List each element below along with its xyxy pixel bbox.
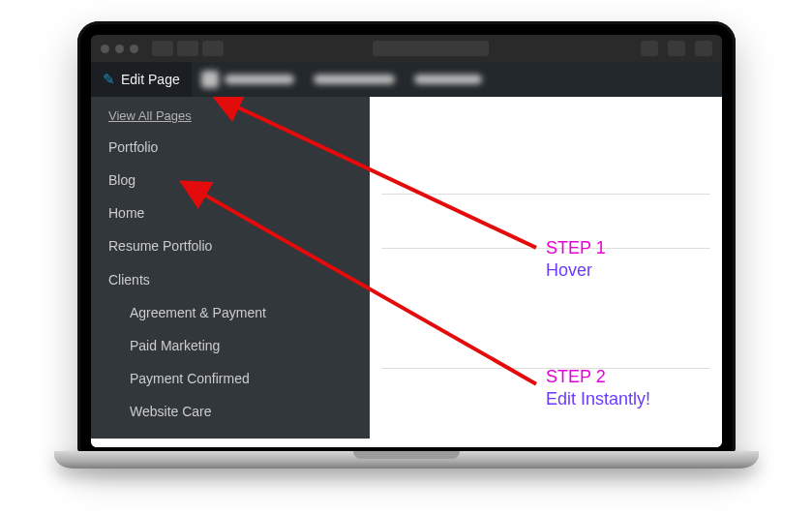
dropdown-item-paid-marketing[interactable]: Paid Marketing	[91, 329, 370, 362]
view-all-pages-link[interactable]: View All Pages	[91, 105, 370, 131]
page-body: er Pro Pack r-pro-pack View All Pages Po…	[91, 97, 722, 447]
dropdown-item-clients[interactable]: Clients	[91, 263, 370, 296]
toolbar-blurred-item[interactable]	[304, 75, 405, 84]
chrome-menu-button[interactable]	[641, 41, 658, 56]
chrome-menu-button[interactable]	[695, 41, 712, 56]
toolbar-blurred-item[interactable]	[192, 71, 304, 88]
annotation-step1: STEP 1 Hover	[546, 237, 606, 281]
traffic-dot[interactable]	[115, 45, 124, 53]
traffic-dot[interactable]	[101, 45, 109, 53]
pencil-icon: ✎	[103, 71, 115, 88]
screen: ✎ Edit Page er	[91, 35, 722, 447]
laptop-notch	[353, 451, 460, 459]
dropdown-item-payment-confirmed[interactable]: Payment Confirmed	[91, 362, 370, 395]
traffic-dot[interactable]	[130, 45, 138, 53]
edit-page-button[interactable]: ✎ Edit Page	[91, 62, 192, 97]
nav-buttons	[152, 41, 224, 56]
forward-button[interactable]	[177, 41, 198, 56]
dropdown-item-portfolio[interactable]: Portfolio	[91, 131, 370, 164]
edit-page-label: Edit Page	[121, 72, 180, 87]
dropdown-item-website-care[interactable]: Website Care	[91, 395, 370, 428]
laptop-frame: ✎ Edit Page er	[77, 21, 736, 455]
dropdown-item-agreement-payment[interactable]: Agreement & Payment	[91, 296, 370, 329]
annotation-step2-title: STEP 2	[546, 366, 650, 388]
reload-button[interactable]	[202, 41, 224, 56]
browser-chrome	[91, 35, 722, 62]
dropdown-item-resume-portfolio[interactable]: Resume Portfolio	[91, 229, 370, 262]
page-content-area: ✎ Edit Page er	[91, 62, 722, 447]
annotation-step2-text: Edit Instantly!	[546, 388, 650, 410]
toolbar-blurred-item[interactable]	[405, 75, 492, 84]
edit-page-dropdown: View All Pages Portfolio Blog Home Resum…	[91, 97, 370, 439]
wp-admin-bar: ✎ Edit Page	[91, 62, 722, 97]
dropdown-item-home[interactable]: Home	[91, 197, 370, 229]
traffic-lights	[101, 45, 138, 53]
annotation-step1-title: STEP 1	[546, 237, 606, 259]
dropdown-item-blog[interactable]: Blog	[91, 164, 370, 197]
back-button[interactable]	[152, 41, 173, 56]
chrome-menu-button[interactable]	[668, 41, 685, 56]
address-bar[interactable]	[373, 41, 489, 56]
annotation-step2: STEP 2 Edit Instantly!	[546, 366, 650, 409]
annotation-step1-text: Hover	[546, 259, 606, 282]
